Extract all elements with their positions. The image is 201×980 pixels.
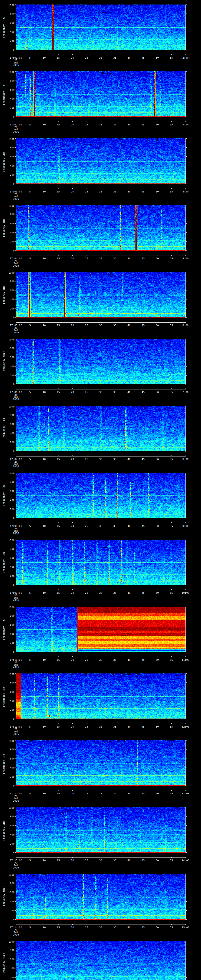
x-tick-label: 55 xyxy=(170,123,173,126)
right-axis-tick xyxy=(186,514,186,514)
right-axis-tick xyxy=(186,500,187,500)
date-year-label: 2016 xyxy=(13,800,19,802)
x-tick xyxy=(86,522,87,523)
x-tick xyxy=(157,656,158,657)
x-tick xyxy=(171,188,172,189)
y-tick xyxy=(15,442,16,442)
x-tick xyxy=(185,321,186,323)
date-year-label: 2016 xyxy=(13,398,19,401)
spectrogram-heatmap xyxy=(16,740,185,786)
y-axis-title-text: Frequency (Hz) xyxy=(3,217,5,239)
y-tick-label: 800 xyxy=(2,949,14,951)
x-tick xyxy=(86,188,87,189)
right-axis-tick xyxy=(186,108,187,108)
y-tick-label: 400 xyxy=(2,834,14,836)
x-axis-end-time-label: 8:00 xyxy=(182,458,188,460)
y-tick-label: 600 xyxy=(2,289,14,292)
x-tick xyxy=(44,455,45,456)
x-tick-label: 15 xyxy=(57,257,60,260)
x-tick xyxy=(58,656,59,657)
y-axis-title: Frequency (Hz) xyxy=(1,406,7,452)
y-tick xyxy=(15,424,16,424)
y-tick xyxy=(15,977,16,978)
x-tick-label: 25 xyxy=(85,525,88,527)
right-axis-tick xyxy=(186,147,187,148)
x-tick xyxy=(44,54,45,55)
y-tick xyxy=(15,950,16,950)
x-tick xyxy=(86,857,87,858)
right-axis-tick xyxy=(186,161,186,161)
y-tick xyxy=(15,147,16,148)
x-tick-label: 30 xyxy=(99,525,102,527)
x-tick-label: 25 xyxy=(85,458,88,460)
x-tick-label: 50 xyxy=(156,190,159,193)
y-tick-label: 200 xyxy=(2,708,14,711)
y-axis-title: Frequency (Hz) xyxy=(1,539,7,585)
y-tick xyxy=(15,232,16,233)
x-tick-label: 30 xyxy=(99,458,102,460)
x-tick xyxy=(58,723,59,724)
y-tick-label: 0 xyxy=(2,517,14,519)
spectrogram-panel: Frequency (Hz) 17:04:00 5:00 20 Jul 2016… xyxy=(0,201,201,267)
x-tick-label: 15 xyxy=(57,859,60,862)
x-axis-end-time-label: 13:00 xyxy=(182,792,189,795)
y-tick-label: 800 xyxy=(2,882,14,885)
x-tick-label: 55 xyxy=(170,324,173,326)
right-axis-tick xyxy=(186,504,186,505)
y-tick-label: 200 xyxy=(2,40,14,42)
x-tick-label: 55 xyxy=(170,391,173,393)
y-tick xyxy=(15,482,16,482)
x-axis-line xyxy=(16,924,186,925)
x-tick xyxy=(72,121,73,122)
y-tick xyxy=(15,558,16,558)
x-axis-end-time-label: 4:00 xyxy=(182,190,188,193)
x-tick xyxy=(58,388,59,389)
y-axis-title: Frequency (Hz) xyxy=(1,874,7,920)
x-tick-label: 5 xyxy=(29,592,31,594)
x-tick xyxy=(72,388,73,389)
y-axis-title: Frequency (Hz) xyxy=(1,473,7,518)
x-tick xyxy=(171,522,172,523)
right-axis-tick xyxy=(186,585,187,585)
y-tick xyxy=(15,223,16,224)
x-tick xyxy=(157,790,158,791)
x-axis-line xyxy=(16,858,186,858)
x-tick xyxy=(58,188,59,189)
x-tick xyxy=(44,924,45,924)
right-axis-tick xyxy=(186,290,187,291)
x-tick-label: 20 xyxy=(71,56,74,59)
y-tick-label: 800 xyxy=(2,547,14,550)
right-axis-tick xyxy=(186,977,187,978)
right-axis-tick xyxy=(186,94,186,94)
x-tick-label: 45 xyxy=(142,257,145,260)
spectrogram-heatmap xyxy=(16,5,185,50)
x-tick xyxy=(58,455,59,456)
right-axis-tick xyxy=(186,228,186,228)
right-axis-tick xyxy=(186,571,186,572)
x-tick-label: 50 xyxy=(156,123,159,126)
y-tick-label: 1000 xyxy=(2,807,14,809)
x-tick xyxy=(185,589,186,590)
date-year-label: 2016 xyxy=(13,198,19,200)
y-tick xyxy=(15,32,16,32)
y-tick-label: 1000 xyxy=(2,4,14,6)
x-axis-end-time-label: 3:00 xyxy=(182,123,188,126)
y-tick xyxy=(15,910,16,911)
x-tick-label: 40 xyxy=(128,926,131,929)
y-tick-label: 400 xyxy=(2,432,14,434)
x-tick-label: 45 xyxy=(142,792,145,795)
x-tick-label: 45 xyxy=(142,458,145,460)
x-tick xyxy=(86,790,87,791)
x-tick xyxy=(86,455,87,456)
y-tick-label: 0 xyxy=(2,249,14,252)
y-tick-label: 800 xyxy=(2,12,14,15)
x-tick-label: 25 xyxy=(85,123,88,126)
x-tick xyxy=(44,790,45,791)
x-tick-label: 5 xyxy=(29,391,31,393)
x-tick-label: 50 xyxy=(156,324,159,326)
right-axis-tick xyxy=(186,611,186,611)
x-tick xyxy=(44,656,45,657)
y-axis-title-text: Frequency (Hz) xyxy=(3,150,5,172)
y-axis-title-text: Frequency (Hz) xyxy=(3,752,5,774)
right-axis-tick xyxy=(186,678,186,678)
